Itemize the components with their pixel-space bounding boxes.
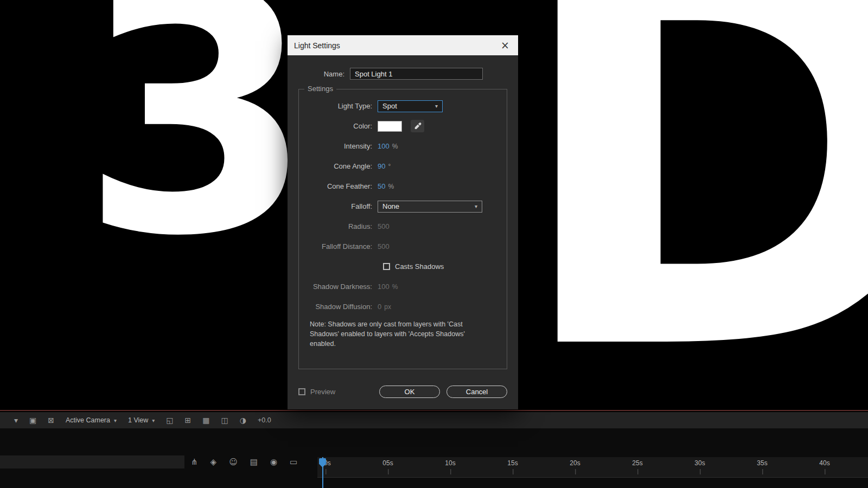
dialog-titlebar: Light Settings × [288, 35, 518, 55]
casts-shadows-row: Casts Shadows [299, 256, 507, 277]
shadow-darkness-unit: % [392, 283, 398, 291]
shadow-darkness-label: Shadow Darkness: [299, 282, 378, 291]
view-layout-value: 1 View [128, 416, 148, 424]
falloff-row: Falloff: None ▾ [299, 196, 507, 216]
preview-label: Preview [310, 388, 335, 396]
cone-feather-value[interactable]: 50 [378, 182, 385, 190]
falloff-distance-row: Falloff Distance: 500 [299, 236, 507, 256]
light-settings-dialog: Light Settings × Name: Settings Light Ty… [288, 35, 518, 409]
cone-angle-row: Cone Angle: 90 ° [299, 156, 507, 176]
cone-feather-unit: % [388, 183, 394, 190]
view-layout-select[interactable]: 1 View ▾ [128, 416, 155, 424]
settings-legend: Settings [304, 85, 336, 93]
cone-angle-label: Cone Angle: [299, 162, 378, 170]
falloff-distance-label: Falloff Distance: [299, 242, 378, 251]
motion-blur-icon[interactable]: ◉ [270, 457, 277, 467]
fast-previews-icon[interactable]: ◫ [221, 416, 228, 425]
light-type-label: Light Type: [299, 102, 378, 110]
shadow-diffusion-unit: px [384, 303, 391, 311]
draft-3d-icon[interactable]: ◈ [210, 457, 217, 467]
casts-shadows-checkbox[interactable] [383, 263, 390, 270]
frame-blending-icon[interactable]: ▤ [250, 457, 258, 467]
timeline-panel: ⋔ ◈ ☺ ▤ ◉ ▭ 00s 05s 10s 15s 20s 25s 30s … [0, 428, 868, 488]
time-tick: 40s [819, 459, 829, 467]
dialog-title: Light Settings [294, 41, 340, 50]
color-swatch[interactable] [378, 121, 402, 132]
time-tick: 15s [507, 459, 518, 467]
intensity-row: Intensity: 100 % [299, 136, 507, 156]
color-label: Color: [299, 122, 378, 130]
comp-text-3: 3 [80, 0, 314, 282]
intensity-unit: % [392, 143, 398, 150]
timeline-left-strip [0, 455, 184, 468]
radius-row: Radius: 500 [299, 216, 507, 236]
time-ruler[interactable]: 00s 05s 10s 15s 20s 25s 30s 35s 40s [317, 457, 868, 478]
falloff-distance-value: 500 [378, 242, 390, 251]
chevron-down-icon: ▾ [152, 418, 155, 423]
ok-button[interactable]: OK [379, 386, 440, 398]
light-type-select[interactable]: Spot ▾ [378, 100, 443, 112]
color-row: Color: [299, 116, 507, 136]
comp-mini-flowchart-icon[interactable]: ⋔ [191, 457, 198, 467]
shadow-diffusion-label: Shadow Diffusion: [299, 303, 378, 311]
time-tick: 05s [382, 459, 393, 467]
transparency-grid-icon[interactable]: ⊠ [48, 416, 54, 425]
cone-feather-label: Cone Feather: [299, 182, 378, 190]
close-icon[interactable]: × [499, 40, 512, 50]
shadow-diffusion-value: 0 [378, 303, 381, 311]
falloff-label: Falloff: [299, 202, 378, 210]
exposure-value[interactable]: +0.0 [258, 416, 271, 424]
exposure-icon[interactable]: ◑ [240, 416, 246, 425]
shadow-darkness-value: 100 [378, 282, 390, 291]
time-tick: 35s [757, 459, 767, 467]
chevron-down-icon: ▾ [435, 103, 438, 109]
time-tick: 30s [694, 459, 705, 467]
cone-angle-value[interactable]: 90 [378, 162, 385, 170]
channel-monitor-icon[interactable]: ▣ [29, 416, 36, 425]
intensity-label: Intensity: [299, 142, 378, 150]
cone-angle-unit: ° [388, 163, 391, 170]
name-row: Name: [298, 67, 507, 80]
hide-shy-layers-icon[interactable]: ☺ [229, 457, 238, 467]
timeline-toolbar: ⋔ ◈ ☺ ▤ ◉ ▭ [191, 454, 297, 469]
light-type-value: Spot [382, 102, 397, 110]
cone-feather-row: Cone Feather: 50 % [299, 176, 507, 196]
panel-chevron-icon[interactable]: ▾ [14, 416, 18, 425]
radius-value: 500 [378, 222, 390, 230]
pixel-aspect-icon[interactable]: ▦ [202, 416, 209, 425]
name-input[interactable] [350, 68, 483, 80]
preview-checkbox[interactable] [298, 388, 305, 395]
name-label: Name: [298, 70, 344, 78]
panel-divider [0, 410, 868, 411]
camera-select-value: Active Camera [66, 416, 110, 424]
shadow-darkness-row: Shadow Darkness: 100 % [299, 277, 507, 297]
region-of-interest-icon[interactable]: ◱ [166, 416, 173, 425]
comp-text-d: D [507, 0, 868, 410]
falloff-value: None [382, 202, 399, 210]
settings-group: Settings Light Type: Spot ▾ Color: Inten… [298, 89, 507, 369]
comp-panel-toolbar: ▾ ▣ ⊠ Active Camera ▾ 1 View ▾ ◱ ⊞ ▦ ◫ ◑… [0, 412, 868, 428]
cancel-button[interactable]: Cancel [446, 386, 507, 398]
graph-editor-icon[interactable]: ▭ [290, 457, 297, 467]
falloff-select[interactable]: None ▾ [378, 201, 482, 213]
intensity-value[interactable]: 100 [378, 142, 390, 150]
light-type-row: Light Type: Spot ▾ [299, 96, 507, 116]
time-tick: 10s [445, 459, 455, 467]
radius-label: Radius: [299, 222, 378, 230]
time-tick: 20s [570, 459, 580, 467]
shadows-note: Note: Shadows are only cast from layers … [310, 320, 470, 349]
chevron-down-icon: ▾ [114, 418, 117, 423]
time-tick: 25s [632, 459, 642, 467]
eyedropper-icon[interactable] [411, 120, 424, 132]
chevron-down-icon: ▾ [475, 203, 477, 209]
camera-select[interactable]: Active Camera ▾ [66, 416, 117, 424]
grid-guides-icon[interactable]: ⊞ [185, 416, 192, 425]
shadow-diffusion-row: Shadow Diffusion: 0 px [299, 297, 507, 317]
dialog-footer: Preview OK Cancel [298, 385, 507, 398]
casts-shadows-label: Casts Shadows [395, 262, 444, 271]
